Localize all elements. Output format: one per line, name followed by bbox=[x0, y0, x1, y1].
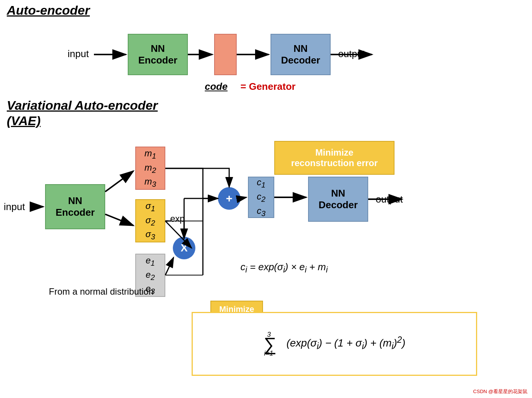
times-circle: X bbox=[173, 237, 195, 259]
watermark: CSDN @看星星的花架鼠 bbox=[473, 388, 527, 395]
svg-line-13 bbox=[165, 257, 174, 275]
ae-code-label: code bbox=[205, 81, 228, 92]
minimize-reconstruction-text: Minimizereconstruction error bbox=[291, 147, 378, 168]
svg-line-8 bbox=[105, 214, 133, 225]
vae-encoder-label: NNEncoder bbox=[56, 195, 95, 218]
sum-formula-text: ∑ i=1 3 (exp(σi) − (1 + σi) + (mi)2) bbox=[256, 334, 413, 354]
ae-decoder-label: NNDecoder bbox=[281, 43, 320, 66]
vae-output-label: output bbox=[376, 194, 403, 205]
plus-circle: + bbox=[218, 187, 240, 210]
plus-symbol: + bbox=[226, 192, 233, 205]
ae-input-label: input bbox=[68, 48, 89, 60]
exp-label: exp bbox=[170, 213, 185, 224]
ae-encoder-box: NNEncoder bbox=[128, 34, 188, 75]
minimize-reconstruction-box: Minimizereconstruction error bbox=[274, 141, 394, 175]
normal-distribution-text: From a normal distribution bbox=[49, 286, 154, 297]
title-vae: Variational Auto-encoder(VAE) bbox=[7, 98, 158, 129]
sigma-values-text: σ1σ2σ3 bbox=[145, 200, 155, 242]
c-values-box: c1c2c3 bbox=[248, 177, 274, 218]
m-values-box: m1m2m3 bbox=[135, 147, 165, 190]
title-autoencoder: Auto-encoder bbox=[7, 3, 90, 18]
ae-decoder-box: NNDecoder bbox=[271, 34, 331, 75]
c-values-text: c1c2c3 bbox=[257, 176, 265, 218]
vae-input-label: input bbox=[4, 201, 25, 213]
ae-generator-label: = Generator bbox=[240, 81, 296, 92]
vae-decoder-box: NNDecoder bbox=[308, 177, 368, 222]
m-values-text: m1m2m3 bbox=[144, 147, 156, 189]
vae-decoder-label: NNDecoder bbox=[319, 188, 358, 211]
normal-distribution-label: From a normal distribution bbox=[49, 286, 154, 297]
formula-outer-box: ∑ i=1 3 (exp(σi) − (1 + σi) + (mi)2) bbox=[192, 312, 477, 376]
vae-encoder-box: NNEncoder bbox=[45, 184, 105, 229]
ci-formula-label: ci = exp(σi) × ei + mi bbox=[240, 261, 328, 275]
ae-encoder-label: NNEncoder bbox=[138, 43, 177, 66]
ae-output-label: output bbox=[338, 48, 365, 60]
title-vae-text: Variational Auto-encoder(VAE) bbox=[7, 98, 158, 128]
sigma-values-box: σ1σ2σ3 bbox=[135, 199, 165, 242]
diagram-container: Auto-encoder input NNEncoder NNDecoder o… bbox=[0, 0, 532, 398]
svg-line-7 bbox=[105, 171, 133, 192]
times-symbol: X bbox=[181, 242, 188, 254]
svg-line-16 bbox=[240, 197, 246, 198]
ae-code-box bbox=[214, 34, 237, 75]
